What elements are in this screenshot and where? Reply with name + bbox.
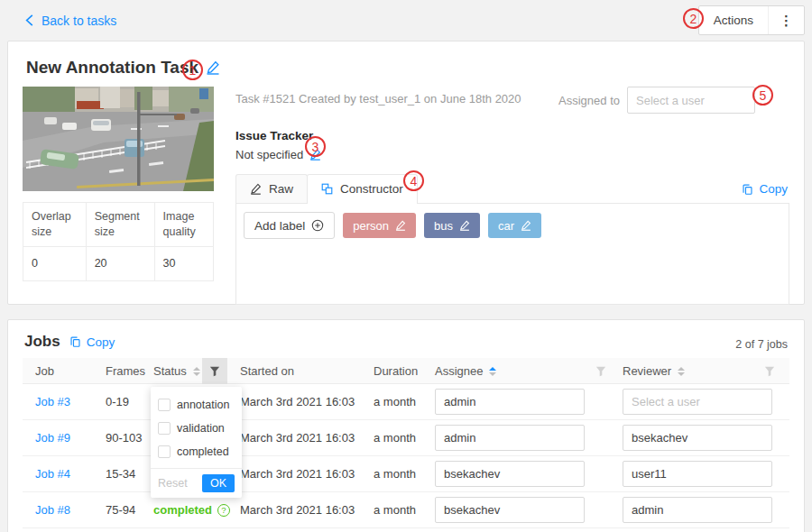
more-vertical-icon[interactable]: ⋮ — [768, 6, 804, 34]
back-to-tasks-link[interactable]: Back to tasks — [23, 14, 116, 28]
callout-3: 3 — [305, 136, 326, 157]
reviewer-input[interactable] — [623, 497, 772, 523]
labels-copy-label: Copy — [759, 182, 788, 196]
label-chip-car[interactable]: car — [488, 213, 541, 238]
tab-raw-label: Raw — [269, 182, 293, 196]
callout-4: 4 — [403, 170, 424, 191]
issue-tracker-value: Not specified — [235, 148, 303, 161]
edit-label-icon[interactable] — [395, 220, 406, 231]
param-header-overlap: Overlap size — [23, 203, 87, 247]
frames-cell: 0-19 — [104, 395, 152, 408]
assigned-to-input[interactable] — [627, 87, 755, 114]
param-header-quality: Image quality — [154, 203, 213, 247]
col-assignee-label: Assignee — [435, 364, 483, 378]
status-filter-dropdown: annotation validation completed Reset OK — [151, 387, 242, 498]
callout-1: 1 — [182, 60, 203, 80]
add-label-text: Add label — [254, 219, 305, 233]
edit-title-icon[interactable] — [206, 60, 220, 75]
label-bus-name: bus — [434, 219, 453, 233]
actions-label: Actions — [699, 14, 768, 27]
jobs-title: Jobs — [24, 333, 60, 351]
jobs-copy-button[interactable]: Copy — [69, 335, 115, 349]
question-circle-icon[interactable]: ? — [217, 504, 230, 517]
job-link[interactable]: Job #9 — [35, 431, 70, 445]
jobs-card: Jobs Copy 2 of 7 jobs Job Frames Status … — [7, 319, 805, 532]
filter-option-completed[interactable]: completed — [151, 440, 242, 463]
assignee-input[interactable] — [435, 425, 585, 451]
reviewer-input[interactable] — [623, 461, 772, 487]
assignee-sorter-icon[interactable] — [489, 367, 496, 376]
col-assignee[interactable]: Assignee — [433, 364, 621, 378]
frames-cell: 90-103 — [104, 431, 152, 445]
started-cell: March 3rd 2021 16:03 — [238, 431, 372, 445]
assignee-input[interactable] — [435, 461, 585, 487]
jobs-table: Job Frames Status Started on Duration As… — [23, 358, 789, 528]
started-cell: March 3rd 2021 16:03 — [238, 503, 372, 517]
tab-constructor[interactable]: Constructor — [307, 174, 418, 203]
table-row: Job #9 90-103 March 3rd 2021 16:03 a mon… — [23, 420, 789, 456]
tab-raw[interactable]: Raw — [235, 174, 308, 203]
frames-cell: 75-94 — [104, 503, 152, 517]
task-title: New Annotation Task — [26, 58, 198, 78]
filter-reset-button[interactable]: Reset — [158, 477, 188, 490]
task-meta-text: Task #1521 Created by test_user_1 on Jun… — [235, 92, 521, 105]
assignee-input[interactable] — [435, 497, 585, 523]
checkbox-icon[interactable] — [158, 422, 171, 435]
col-duration: Duration — [372, 364, 433, 378]
pencil-icon — [250, 183, 262, 195]
labels-copy-button[interactable]: Copy — [742, 182, 788, 196]
plus-circle-icon — [311, 219, 324, 232]
label-chip-person[interactable]: person — [343, 213, 416, 238]
status-sorter-icon[interactable] — [193, 367, 200, 376]
reviewer-input[interactable] — [623, 389, 772, 415]
checkbox-icon[interactable] — [158, 445, 171, 458]
checkbox-icon[interactable] — [158, 399, 171, 411]
started-cell: March 3rd 2021 16:03 — [238, 467, 372, 481]
status-filter-icon[interactable] — [202, 358, 227, 384]
filter-option-annotation[interactable]: annotation — [151, 393, 242, 417]
table-row: Job #3 0-19 March 3rd 2021 16:03 a month — [23, 384, 789, 420]
jobs-copy-label: Copy — [87, 335, 115, 349]
copy-icon — [742, 183, 753, 196]
filter-option-label: annotation — [177, 399, 229, 411]
filter-ok-button[interactable]: OK — [202, 474, 235, 492]
assignee-input[interactable] — [435, 389, 585, 415]
param-value-quality: 30 — [154, 246, 213, 280]
block-icon — [321, 183, 333, 195]
table-row: Job #4 15-34 March 3rd 2021 16:03 a mont… — [23, 456, 789, 492]
col-job: Job — [23, 364, 104, 378]
col-reviewer[interactable]: Reviewer — [621, 364, 789, 378]
col-status[interactable]: Status — [152, 358, 238, 384]
param-header-segment: Segment size — [86, 203, 154, 247]
status-completed-text: completed — [153, 503, 212, 517]
add-label-button[interactable]: Add label — [244, 212, 335, 239]
edit-label-icon[interactable] — [521, 220, 531, 231]
labels-tabs-bar: Raw Constructor Copy — [235, 174, 789, 204]
tab-constructor-label: Constructor — [340, 182, 403, 196]
actions-button[interactable]: Actions ⋮ — [698, 5, 805, 35]
task-params-table: Overlap size Segment size Image quality … — [23, 202, 214, 281]
table-row: Job #8 75-94 completed ? March 3rd 2021 … — [23, 492, 789, 528]
edit-label-icon[interactable] — [459, 220, 470, 231]
callout-2: 2 — [683, 8, 704, 29]
copy-icon — [69, 335, 81, 348]
started-cell: March 3rd 2021 16:03 — [238, 395, 372, 408]
duration-cell: a month — [372, 503, 433, 517]
job-link[interactable]: Job #3 — [35, 395, 70, 408]
frames-cell: 15-34 — [104, 467, 152, 481]
job-link[interactable]: Job #4 — [35, 467, 70, 481]
filter-option-label: completed — [177, 445, 229, 458]
jobs-table-header: Job Frames Status Started on Duration As… — [23, 358, 789, 384]
label-chip-bus[interactable]: bus — [424, 213, 480, 238]
filter-option-validation[interactable]: validation — [151, 417, 242, 440]
jobs-count: 2 of 7 jobs — [735, 338, 788, 351]
duration-cell: a month — [372, 395, 433, 408]
reviewer-sorter-icon[interactable] — [678, 367, 685, 376]
reviewer-filter-icon[interactable] — [764, 366, 775, 377]
param-value-overlap: 0 — [23, 246, 87, 280]
reviewer-input[interactable] — [623, 425, 772, 451]
assignee-filter-icon[interactable] — [595, 366, 606, 377]
job-link[interactable]: Job #8 — [35, 503, 70, 517]
duration-cell: a month — [372, 467, 433, 481]
chevron-left-icon — [23, 14, 35, 27]
